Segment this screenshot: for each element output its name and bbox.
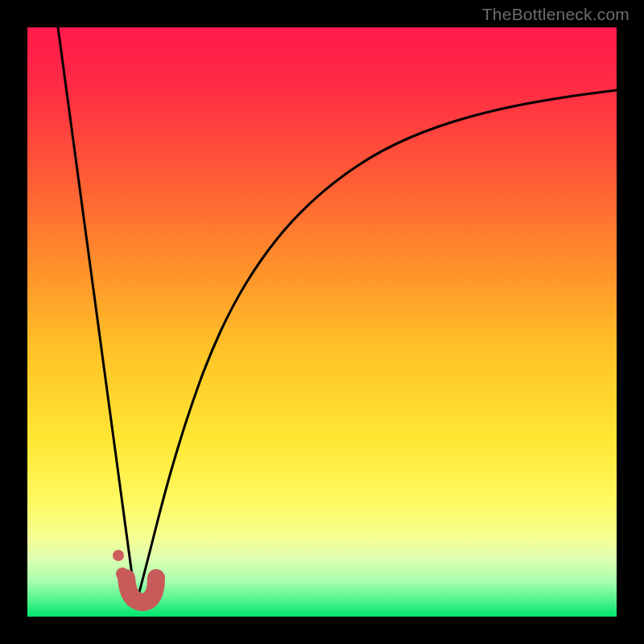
plot-area [27, 27, 617, 617]
marker-group [113, 550, 156, 602]
left-branch-line [58, 27, 136, 605]
curves-layer [27, 27, 617, 617]
right-branch-curve [136, 90, 617, 605]
watermark-text: TheBottleneck.com [482, 5, 630, 24]
outer-frame: TheBottleneck.com [0, 0, 644, 644]
marker-dot [113, 550, 124, 561]
